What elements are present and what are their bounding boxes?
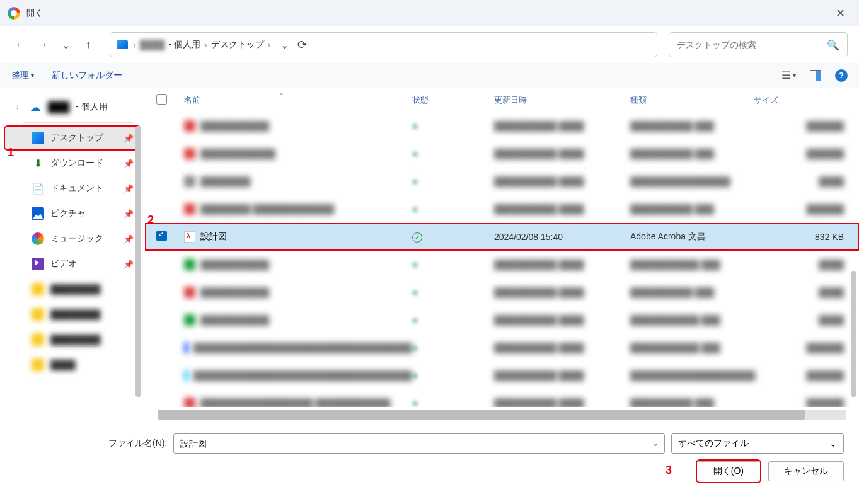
toolbar: 整理 ▾ 新しいフォルダー ☰ ▾ ? [0, 63, 859, 88]
filename-label: ファイル名(N): [108, 438, 167, 449]
location-icon [117, 40, 128, 49]
sort-indicator-icon: ⌃ [279, 92, 284, 100]
column-type[interactable]: 種類 [630, 94, 754, 106]
titlebar: 開く ✕ [0, 0, 859, 26]
pin-icon[interactable]: 📌 [124, 209, 134, 219]
file-row-blurred[interactable]: ████████ █████████████●██████████ ██████… [145, 195, 859, 223]
sidebar-item-blurred[interactable]: ████████ [5, 328, 140, 351]
main-area: › ☁ ███ - 個人用 デスクトップ 📌 ⬇ ダウンロード 📌 📄 ドキュメ… [0, 88, 859, 422]
synced-icon: ✓ [412, 232, 422, 243]
row-checkbox[interactable] [156, 231, 184, 243]
search-box[interactable]: 🔍 [669, 32, 848, 57]
downloads-icon: ⬇ [32, 157, 44, 169]
search-input[interactable] [677, 40, 827, 50]
file-row-blurred[interactable]: ████████●██████████ ████████████████████… [145, 168, 859, 195]
horizontal-scrollbar[interactable] [158, 410, 846, 420]
annotation-3: 3 [666, 464, 672, 477]
file-row-blurred[interactable]: ███████████████████████████████████●████… [145, 334, 859, 362]
forward-button[interactable]: → [34, 36, 52, 54]
sidebar-item-label: ピクチャ [50, 208, 117, 219]
desktop-icon [32, 132, 44, 144]
organize-button[interactable]: 整理 ▾ [11, 70, 34, 81]
address-bar[interactable]: › ████ - 個人用 › デスクトップ › ⌄ ⟳ [110, 32, 657, 57]
column-name[interactable]: 名前⌃ [184, 94, 412, 106]
breadcrumb-desktop[interactable]: デスクトップ [211, 39, 264, 50]
file-list: ███████████●██████████ ██████████████ ██… [145, 112, 859, 407]
vertical-scrollbar[interactable] [851, 271, 856, 397]
file-row-blurred[interactable]: ███████████████████████████████████●████… [145, 362, 859, 389]
column-status[interactable]: 状態 [412, 94, 494, 106]
column-modified[interactable]: 更新日時 [494, 94, 630, 106]
preview-pane-icon[interactable] [810, 70, 821, 81]
pin-icon[interactable]: 📌 [124, 134, 134, 143]
sidebar-item-music[interactable]: ミュージック 📌 [5, 227, 140, 250]
sidebar-item-blurred[interactable]: ████████ [5, 278, 140, 301]
sidebar-item-label: ダウンロード [50, 158, 117, 169]
pin-icon[interactable]: 📌 [124, 260, 134, 269]
dialog-footer: ファイル名(N): 設計図 ⌄ すべてのファイル ⌄ 開く(O) キャンセル [0, 422, 859, 491]
chevron-down-icon: ▾ [793, 72, 796, 79]
cancel-button[interactable]: キャンセル [768, 461, 844, 481]
sidebar-item-downloads[interactable]: ⬇ ダウンロード 📌 [5, 152, 140, 175]
column-headers: 名前⌃ 状態 更新日時 種類 サイズ [145, 88, 859, 112]
file-row-blurred[interactable]: ████████████●██████████ ██████████████ █… [145, 140, 859, 168]
up-button[interactable]: ↑ [79, 36, 97, 54]
music-icon [32, 232, 44, 245]
window-title: 開く [26, 8, 43, 19]
sidebar-item-blurred[interactable]: ████ [5, 353, 140, 376]
breadcrumb[interactable]: › ████ - 個人用 › デスクトップ › [133, 39, 270, 50]
open-button[interactable]: 開く(O) [698, 461, 759, 481]
breadcrumb-user-blurred: ████ [140, 40, 165, 50]
chevron-right-icon[interactable]: › [16, 103, 23, 111]
file-row-blurred[interactable]: ██████████████████ ████████████●████████… [145, 389, 859, 407]
view-mode-button[interactable]: ☰ ▾ [781, 69, 796, 81]
pin-icon[interactable]: 📌 [124, 234, 134, 244]
sidebar-user-blurred: ███ [48, 101, 69, 113]
sidebar-item-label: - 個人用 [76, 101, 134, 113]
file-list-area: 名前⌃ 状態 更新日時 種類 サイズ ███████████●█████████… [145, 88, 859, 422]
recent-dropdown[interactable]: ⌄ [57, 36, 74, 54]
sidebar-item-desktop[interactable]: デスクトップ 📌 [5, 127, 140, 149]
address-dropdown-icon[interactable]: ⌄ [280, 39, 289, 51]
file-row-blurred[interactable]: ███████████●██████████ ██████████████ ██… [145, 112, 859, 140]
sidebar-item-blurred[interactable]: ████████ [5, 303, 140, 326]
select-all-checkbox[interactable] [156, 94, 184, 106]
column-size[interactable]: サイズ [754, 94, 859, 106]
file-row-blurred[interactable]: ███████████●██████████ ██████████████ ██… [145, 278, 859, 306]
sidebar-item-label: デスクトップ [50, 132, 117, 144]
breadcrumb-personal[interactable]: - 個人用 [168, 39, 200, 50]
filetype-select[interactable]: すべてのファイル ⌄ [671, 433, 844, 454]
pin-icon[interactable]: 📌 [124, 184, 134, 193]
sidebar-item-videos[interactable]: ビデオ 📌 [5, 253, 140, 275]
sidebar-item-documents[interactable]: 📄 ドキュメント 📌 [5, 177, 140, 200]
file-row-blurred[interactable]: ███████████●██████████ ███████████████ █… [145, 306, 859, 334]
documents-icon: 📄 [32, 182, 44, 195]
sidebar-item-personal[interactable]: › ☁ ███ - 個人用 [5, 96, 140, 118]
back-button[interactable]: ← [11, 36, 29, 54]
sidebar-item-label: ビデオ [50, 258, 117, 270]
sidebar-item-pictures[interactable]: ピクチャ 📌 [5, 202, 140, 225]
close-icon[interactable]: ✕ [829, 4, 851, 23]
chevron-right-icon: › [204, 40, 207, 50]
file-name-cell: 設計図 [184, 231, 412, 243]
sidebar-item-label: ドキュメント [50, 183, 117, 194]
videos-icon [32, 258, 44, 270]
file-row-selected[interactable]: 設計図 ✓ 2024/02/08 15:40 Adobe Acroba 文書 8… [145, 223, 859, 251]
annotation-1: 1 [8, 146, 14, 159]
pin-icon[interactable]: 📌 [124, 159, 134, 168]
new-folder-button[interactable]: 新しいフォルダー [52, 70, 122, 81]
filename-input[interactable]: 設計図 ⌄ [173, 433, 665, 454]
pdf-icon [184, 231, 195, 243]
chevron-down-icon[interactable]: ⌄ [652, 438, 659, 448]
chevron-right-icon: › [268, 40, 271, 50]
nav-bar: ← → ⌄ ↑ › ████ - 個人用 › デスクトップ › ⌄ ⟳ 🔍 [0, 26, 859, 63]
file-row-blurred[interactable]: ███████████●██████████ ███████████████ █… [145, 251, 859, 278]
refresh-icon[interactable]: ⟳ [297, 38, 307, 52]
help-icon[interactable]: ? [835, 69, 848, 82]
sidebar-scrollbar[interactable] [135, 126, 141, 397]
search-icon[interactable]: 🔍 [827, 39, 839, 51]
file-status-cell: ✓ [412, 231, 494, 243]
pictures-icon [32, 207, 44, 220]
app-icon [8, 7, 20, 20]
chevron-down-icon: ▾ [31, 72, 34, 79]
